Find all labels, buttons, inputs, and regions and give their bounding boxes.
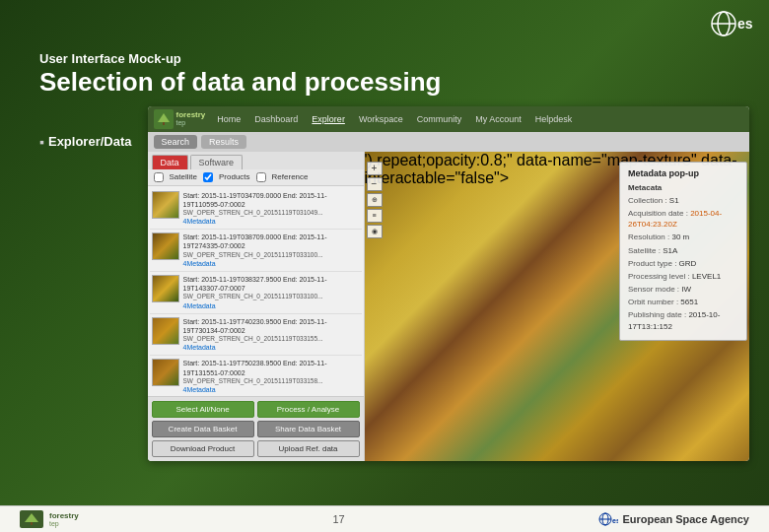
nav-bar: forestry tep Home Dashboard Explorer Wor… <box>148 106 749 132</box>
results-button[interactable]: Results <box>201 135 246 149</box>
esa-logo-header: esa <box>710 8 753 39</box>
result-info: Start: 2015-11-19T750238.9500 End: 2015-… <box>183 359 360 394</box>
main-title: Selection of data and processing <box>39 68 730 97</box>
footer-logo: forestry tep <box>20 510 79 528</box>
svg-marker-4 <box>158 113 170 122</box>
result-info: Start: 2015-11-19T038327.9500 End: 2015-… <box>183 275 360 310</box>
footer-logo-box <box>20 510 43 528</box>
footer-forestry: forestry <box>49 512 79 520</box>
result-thumbnail <box>152 233 179 260</box>
satellite-checkbox[interactable] <box>154 172 164 182</box>
meta-collection: Collection : S1 <box>628 195 738 206</box>
meta-satellite: Satellite : S1A <box>628 245 738 256</box>
browser-window: forestry tep Home Dashboard Explorer Wor… <box>148 106 749 461</box>
result-thumbnail <box>152 317 179 345</box>
nav-workspace[interactable]: Workspace <box>353 112 409 126</box>
meta-sensor: Sensor mode : IW <box>628 284 738 295</box>
metadata-link-5[interactable]: 4Metadata <box>183 386 216 393</box>
map-ctrl-4[interactable]: ≡ <box>367 209 383 223</box>
logo-tree-icon <box>154 109 174 129</box>
tabs-row: Data Software <box>148 152 364 169</box>
svg-rect-7 <box>31 522 33 525</box>
nav-community[interactable]: Community <box>411 112 468 126</box>
search-bar: Search Results <box>148 132 749 152</box>
upload-ref-data-button[interactable]: Upload Ref. data <box>257 440 360 457</box>
metadata-link-2[interactable]: 4Metadata <box>183 260 216 267</box>
meta-orbit: Orbit number : 5651 <box>628 297 738 307</box>
result-thumbnail <box>152 275 179 302</box>
nav-home[interactable]: Home <box>211 112 246 126</box>
share-data-basket-button[interactable]: Share Data Basket <box>257 421 360 437</box>
nav-helpdesk[interactable]: Helpdesk <box>529 112 579 126</box>
explorer-text: Explorer/Data <box>48 134 132 149</box>
result-thumbnail <box>152 191 179 219</box>
right-panel: ') repeat;opacity:0.8;" data-name="map-t… <box>365 152 749 461</box>
products-label: Products <box>219 172 250 181</box>
reference-checkbox[interactable] <box>256 172 266 182</box>
tab-software[interactable]: Software <box>190 155 244 169</box>
logo-text: forestry tep <box>176 111 206 126</box>
map-area[interactable]: ') repeat;opacity:0.8;" data-name="map-t… <box>365 152 749 461</box>
subtitle: User Interface Mock-up <box>39 51 730 66</box>
metadata-popup-title: Metadata pop-up <box>628 168 738 178</box>
map-ctrl-5[interactable]: ◉ <box>367 225 383 238</box>
result-info: Start: 2015-11-19T038709.0000 End: 2015-… <box>183 233 360 268</box>
result-info: Start: 2015-11-19T740230.9500 End: 2015-… <box>183 317 360 353</box>
tab-data[interactable]: Data <box>152 155 188 169</box>
nav-explorer[interactable]: Explorer <box>306 112 351 126</box>
meta-product-type: Product type : GRD <box>628 258 738 269</box>
meta-resolution: Resolution : 30 m <box>628 232 738 242</box>
meta-acquisition: Acquisition date : 2015-04-26T04:23.20Z <box>628 208 738 230</box>
forestry-logo: forestry tep <box>154 109 206 129</box>
zoom-in-button[interactable]: + <box>367 162 383 175</box>
metadata-link-3[interactable]: 4Metadata <box>183 302 216 309</box>
list-item[interactable]: Start: 2015-11-19T038709.0000 End: 2015-… <box>150 230 362 272</box>
footer: forestry tep 17 esa European Space Agenc… <box>0 505 769 532</box>
footer-tree-icon <box>24 512 39 526</box>
action-buttons-panel: Select All/None Process / Analyse Create… <box>148 396 364 461</box>
select-all-none-button[interactable]: Select All/None <box>152 401 254 418</box>
esa-footer: esa European Space Agency <box>598 511 749 527</box>
list-item[interactable]: Start: 2015-11-19T740230.9500 End: 2015-… <box>150 314 362 357</box>
esa-footer-text: European Space Agency <box>622 513 749 525</box>
list-item[interactable]: Start: 2015-11-19T034709.0000 End: 2015-… <box>150 188 362 231</box>
meta-processing: Processing level : LEVEL1 <box>628 271 738 282</box>
metacata-heading: Metacata <box>628 182 738 193</box>
results-list: Start: 2015-11-19T034709.0000 End: 2015-… <box>148 186 364 396</box>
bullet-icon: ▪ <box>39 134 44 150</box>
download-product-button[interactable]: Download Product <box>152 440 254 457</box>
nav-dashboard[interactable]: Dashboard <box>248 112 304 126</box>
explorer-label: ▪ Explorer/Data <box>39 134 132 150</box>
page-number: 17 <box>79 513 599 525</box>
map-controls: + − ⊕ ≡ ◉ <box>367 162 383 238</box>
metadata-link-4[interactable]: 4Metadata <box>183 344 216 351</box>
result-info: Start: 2015-11-19T034709.0000 End: 2015-… <box>183 191 360 227</box>
map-ctrl-3[interactable]: ⊕ <box>367 193 383 207</box>
zoom-out-button[interactable]: − <box>367 177 383 191</box>
esa-logo-icon: esa <box>710 8 753 39</box>
svg-text:esa: esa <box>612 517 618 524</box>
footer-logo-text: forestry tep <box>49 512 79 527</box>
list-item[interactable]: Start: 2015-11-19T038327.9500 End: 2015-… <box>150 272 362 314</box>
logo-tep-text: tep <box>176 119 206 126</box>
nav-account[interactable]: My Account <box>469 112 527 126</box>
create-data-basket-button[interactable]: Create Data Basket <box>152 421 254 437</box>
logo-forestry-text: forestry <box>176 111 206 119</box>
list-item[interactable]: Start: 2015-11-19T750238.9500 End: 2015-… <box>150 356 362 395</box>
process-analyse-button[interactable]: Process / Analyse <box>257 401 360 418</box>
search-button[interactable]: Search <box>154 135 198 149</box>
products-checkbox[interactable] <box>203 172 213 182</box>
metadata-popup: Metadata pop-up Metacata Collection : S1… <box>619 162 747 341</box>
reference-label: Reference <box>272 172 309 181</box>
meta-publishing: Publishing date : 2015-10-17T13:1:152 <box>628 309 738 331</box>
svg-text:esa: esa <box>737 16 753 32</box>
metadata-link-1[interactable]: 4Metadata <box>183 218 216 225</box>
data-area: Data Software Satellite Products Referen… <box>148 152 749 461</box>
svg-marker-6 <box>25 513 38 522</box>
svg-rect-5 <box>163 122 165 125</box>
result-thumbnail <box>152 359 179 386</box>
esa-footer-icon: esa <box>598 511 618 527</box>
filter-row: Satellite Products Reference <box>148 169 364 186</box>
footer-tep: tep <box>49 520 79 527</box>
satellite-label: Satellite <box>170 172 197 181</box>
